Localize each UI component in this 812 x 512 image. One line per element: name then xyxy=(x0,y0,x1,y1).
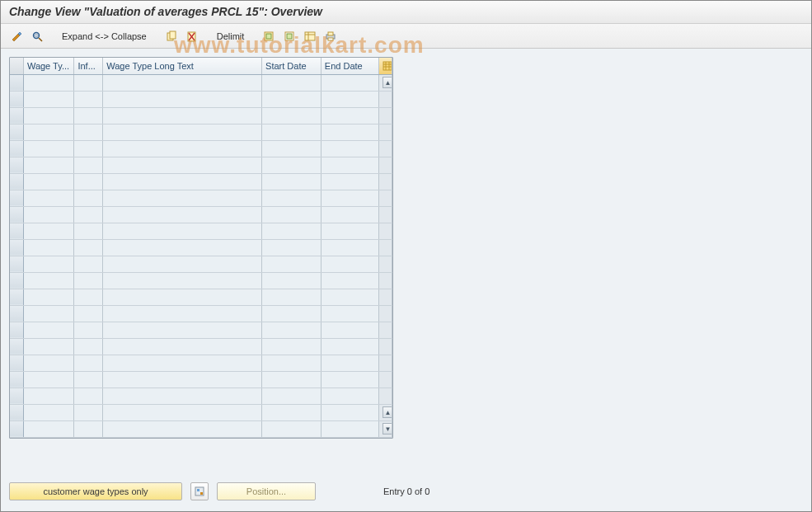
cell-long-text[interactable] xyxy=(103,355,262,371)
cell-inf[interactable] xyxy=(74,223,103,239)
toggle-display-change-icon[interactable] xyxy=(7,28,26,45)
cell-start-date[interactable] xyxy=(262,388,322,404)
expand-collapse-button[interactable]: Expand <-> Collapse xyxy=(56,28,153,45)
cell-end-date[interactable] xyxy=(321,157,378,173)
cell-start-date[interactable] xyxy=(262,239,322,256)
cell-end-date[interactable] xyxy=(321,338,378,355)
cell-end-date[interactable] xyxy=(321,289,378,305)
cell-wage-type[interactable] xyxy=(23,355,74,371)
cell-end-date[interactable] xyxy=(321,388,378,404)
cell-long-text[interactable] xyxy=(103,124,262,140)
cell-end-date[interactable] xyxy=(321,190,378,206)
cell-wage-type[interactable] xyxy=(23,388,74,404)
cell-long-text[interactable] xyxy=(103,305,262,322)
cell-wage-type[interactable] xyxy=(23,239,74,256)
cell-long-text[interactable] xyxy=(103,272,262,289)
cell-end-date[interactable] xyxy=(321,256,378,272)
cell-end-date[interactable] xyxy=(321,371,378,388)
cell-long-text[interactable] xyxy=(103,371,262,388)
cell-end-date[interactable] xyxy=(321,239,378,256)
cell-long-text[interactable] xyxy=(103,338,262,355)
vertical-scroll-track[interactable] xyxy=(378,322,392,338)
vertical-scroll-track[interactable] xyxy=(378,388,392,404)
row-selector[interactable] xyxy=(10,371,23,388)
row-selector[interactable] xyxy=(10,239,23,256)
vertical-scroll-track[interactable] xyxy=(378,173,392,190)
vertical-scroll-track[interactable] xyxy=(378,91,392,107)
vertical-scroll-track[interactable] xyxy=(378,289,392,305)
vertical-scroll-track[interactable] xyxy=(378,140,392,157)
cell-long-text[interactable] xyxy=(103,256,262,272)
cell-start-date[interactable] xyxy=(262,140,322,157)
row-selector[interactable] xyxy=(10,272,23,289)
cell-end-date[interactable] xyxy=(321,140,378,157)
find-icon[interactable] xyxy=(28,28,46,45)
cell-long-text[interactable] xyxy=(103,420,262,437)
cell-long-text[interactable] xyxy=(103,289,262,305)
vertical-scroll-track[interactable] xyxy=(378,107,392,124)
cell-start-date[interactable] xyxy=(262,305,322,322)
cell-end-date[interactable] xyxy=(321,107,378,124)
cell-start-date[interactable] xyxy=(262,206,322,223)
cell-wage-type[interactable] xyxy=(23,420,74,437)
cell-wage-type[interactable] xyxy=(23,190,74,206)
cell-start-date[interactable] xyxy=(262,107,322,124)
cell-wage-type[interactable] xyxy=(23,404,74,420)
table-settings-icon[interactable] xyxy=(301,28,319,45)
vertical-scroll-track[interactable] xyxy=(378,355,392,371)
col-header-inf[interactable]: Inf... xyxy=(74,58,103,74)
cell-wage-type[interactable] xyxy=(23,223,74,239)
cell-start-date[interactable] xyxy=(262,338,322,355)
cell-start-date[interactable] xyxy=(262,256,322,272)
cell-start-date[interactable] xyxy=(262,404,322,420)
cell-long-text[interactable] xyxy=(103,322,262,338)
cell-start-date[interactable] xyxy=(262,173,322,190)
cell-wage-type[interactable] xyxy=(23,305,74,322)
select-all-icon[interactable] xyxy=(260,28,278,45)
cell-wage-type[interactable] xyxy=(23,157,74,173)
cell-long-text[interactable] xyxy=(103,388,262,404)
cell-inf[interactable] xyxy=(74,272,103,289)
customer-wage-types-button[interactable]: customer wage types only xyxy=(9,482,182,500)
row-selector[interactable] xyxy=(10,355,23,371)
scroll-up2-icon[interactable]: ▲ xyxy=(383,406,392,418)
cell-start-date[interactable] xyxy=(262,420,322,437)
delimit-button[interactable]: Delimit xyxy=(211,28,251,45)
cell-long-text[interactable] xyxy=(103,223,262,239)
cell-inf[interactable] xyxy=(74,388,103,404)
vertical-scroll-track[interactable]: ▼ xyxy=(378,420,392,437)
cell-inf[interactable] xyxy=(74,256,103,272)
cell-end-date[interactable] xyxy=(321,420,378,437)
position-icon-button[interactable] xyxy=(190,482,209,500)
cell-end-date[interactable] xyxy=(321,91,378,107)
cell-inf[interactable] xyxy=(74,420,103,437)
cell-inf[interactable] xyxy=(74,173,103,190)
row-selector[interactable] xyxy=(10,190,23,206)
vertical-scroll-track[interactable] xyxy=(378,338,392,355)
vertical-scroll-track[interactable] xyxy=(378,124,392,140)
row-selector[interactable] xyxy=(10,206,23,223)
vertical-scroll-track[interactable]: ▲ xyxy=(378,74,392,91)
vertical-scroll-track[interactable]: ▲ xyxy=(378,404,392,420)
cell-long-text[interactable] xyxy=(103,239,262,256)
cell-inf[interactable] xyxy=(74,305,103,322)
cell-start-date[interactable] xyxy=(262,289,322,305)
row-selector[interactable] xyxy=(10,322,23,338)
cell-wage-type[interactable] xyxy=(23,107,74,124)
cell-start-date[interactable] xyxy=(262,272,322,289)
cell-end-date[interactable] xyxy=(321,206,378,223)
cell-start-date[interactable] xyxy=(262,157,322,173)
table-corner[interactable] xyxy=(10,58,23,74)
cell-long-text[interactable] xyxy=(103,190,262,206)
vertical-scroll-track[interactable] xyxy=(378,239,392,256)
row-selector[interactable] xyxy=(10,173,23,190)
cell-end-date[interactable] xyxy=(321,305,378,322)
row-selector[interactable] xyxy=(10,289,23,305)
row-selector[interactable] xyxy=(10,140,23,157)
cell-wage-type[interactable] xyxy=(23,338,74,355)
cell-end-date[interactable] xyxy=(321,223,378,239)
cell-inf[interactable] xyxy=(74,91,103,107)
cell-start-date[interactable] xyxy=(262,124,322,140)
cell-inf[interactable] xyxy=(74,322,103,338)
cell-inf[interactable] xyxy=(74,140,103,157)
